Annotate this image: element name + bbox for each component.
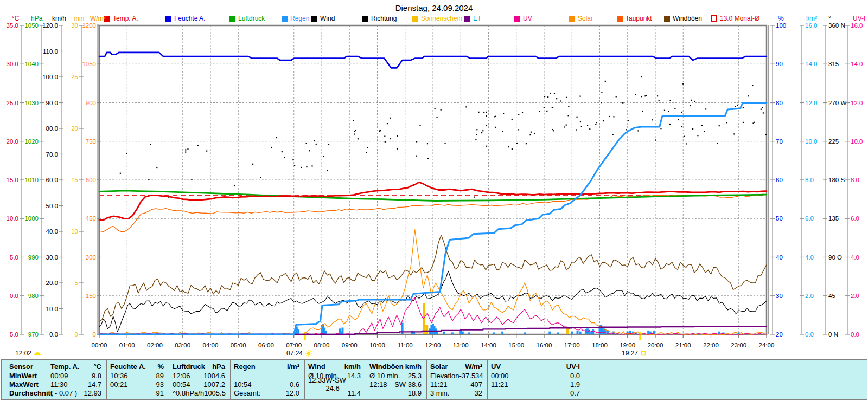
axis-tick-label-uvi: 12.0 [851, 100, 863, 106]
direction-dot [531, 132, 532, 133]
table-cell: 00:541007.2 [169, 380, 230, 389]
cell-time: 12:06 [173, 372, 190, 380]
axis-tick-label-deg: 135 [828, 215, 839, 222]
direction-dot [601, 92, 602, 93]
cell-value: 1004.6 [203, 372, 225, 380]
direction-dot [252, 164, 253, 165]
direction-dot [637, 130, 639, 131]
direction-dot [674, 108, 675, 109]
x-axis-label: 02:00 [147, 342, 163, 348]
axis-tick-label-kmh: 90.0 [46, 100, 58, 106]
col-name: Feuchte A. [110, 363, 146, 371]
axis-tick-label-lm2: 16.0 [805, 22, 817, 29]
col-name: Wind [308, 363, 326, 371]
daylength-value: 12:02 [15, 350, 31, 357]
table-cell: SolarW/m² [426, 363, 487, 371]
direction-dot [358, 138, 359, 139]
table-row-minwert: MinWert00:099.810:368912:061004.6Ø 10 mi… [2, 371, 867, 380]
direction-dot [522, 112, 523, 113]
cell-value: 0.7 [570, 389, 580, 397]
direction-dot [550, 93, 551, 94]
direction-dot [717, 143, 718, 144]
table-cell: LuftdruckhPa [169, 363, 230, 371]
direction-dot [547, 96, 548, 98]
direction-dot [701, 125, 703, 126]
table-cell: Feuchte A.% [106, 363, 169, 371]
axis-tick-label-deg: 270 W [828, 100, 846, 106]
direction-dot [752, 122, 754, 124]
daylight-icon [34, 351, 41, 356]
cell-value: SW 38.6 [394, 380, 422, 389]
direction-dot [387, 123, 388, 124]
axis-tick-label-uvi: 6.0 [851, 215, 859, 222]
col-unit: km/h [344, 363, 361, 371]
direction-dot [384, 135, 385, 137]
direction-dot [495, 127, 496, 128]
cell-value: 25.3 [408, 372, 422, 380]
axis-tick-label-temp: 15.0 [7, 177, 18, 183]
cell-time: 00:54 [173, 380, 190, 389]
direction-dot [735, 106, 736, 107]
regen-rate-bar [341, 328, 343, 334]
axis-tick-label-min: 20 [71, 125, 78, 132]
sonnenschein-bar [566, 328, 569, 334]
direction-dot [669, 124, 671, 125]
cell-time: 00:09 [50, 372, 68, 380]
cell-time: 10:54 [234, 380, 252, 389]
axis-tick-label-pct: 50 [776, 215, 783, 222]
direction-dot [748, 95, 749, 96]
direction-dot [316, 144, 317, 145]
direction-dot [526, 143, 527, 144]
axis-tick-label-min: 10 [71, 228, 78, 235]
direction-dot [355, 130, 356, 131]
direction-dot [486, 112, 487, 113]
x-axis-label: 00:00 [92, 342, 107, 348]
axis-tick-label-wm2: 600 [86, 177, 96, 183]
axis-tick-label-wm2: 450 [86, 215, 96, 222]
axis-tick-label-kmh: 20.0 [46, 280, 58, 286]
axis-tick-label-wm2: 750 [86, 138, 96, 145]
direction-dot [552, 129, 553, 130]
direction-dot [752, 85, 753, 86]
direction-dot [367, 147, 368, 148]
direction-dot [642, 111, 643, 112]
axis-tick-label-pct: 100 [776, 22, 786, 29]
direction-dot [567, 115, 569, 116]
direction-dot [657, 95, 658, 96]
direction-dot [694, 101, 695, 102]
table-row-maxwert: MaxWert11:3014.700:219300:541007.210:540… [2, 380, 867, 389]
direction-dot [353, 120, 354, 121]
axis-tick-label-wm2: 1200 [82, 22, 96, 29]
axis-tick-label-hpa: 1010 [24, 177, 39, 183]
table-cell: 3 min.32 [426, 389, 487, 397]
direction-dot [603, 120, 604, 121]
direction-dot [390, 138, 391, 139]
direction-dot [282, 151, 283, 152]
direction-dot [587, 125, 588, 126]
axis-tick-label-hpa: 1050 [24, 22, 39, 29]
x-axis-label: 11:00 [398, 342, 413, 348]
direction-dot [564, 126, 565, 127]
direction-dot [486, 125, 487, 126]
direction-dot [690, 105, 691, 106]
direction-dot [601, 102, 602, 103]
direction-dot [503, 113, 504, 114]
direction-dot [301, 167, 302, 168]
cell-value: 14.7 [88, 380, 101, 389]
direction-dot [476, 134, 477, 135]
direction-dot [609, 116, 610, 117]
direction-dot [668, 111, 669, 112]
table-cell: Windkm/h [304, 363, 366, 371]
table-cell: Gesamt:12.0 [230, 389, 304, 397]
direction-dot [482, 130, 483, 131]
direction-dot [635, 94, 636, 95]
table-cell: ( - 0.07 )12.93 [47, 389, 106, 397]
direction-dot [553, 130, 554, 131]
row-label: Durchschnitt [2, 389, 47, 397]
direction-dot [554, 93, 555, 94]
col-name: Regen [234, 363, 256, 371]
direction-dot [323, 156, 324, 157]
axis-tick-label-min: 5 [75, 280, 78, 286]
axis-tick-label-lm2: 8.0 [805, 177, 814, 183]
direction-dot [306, 143, 307, 144]
